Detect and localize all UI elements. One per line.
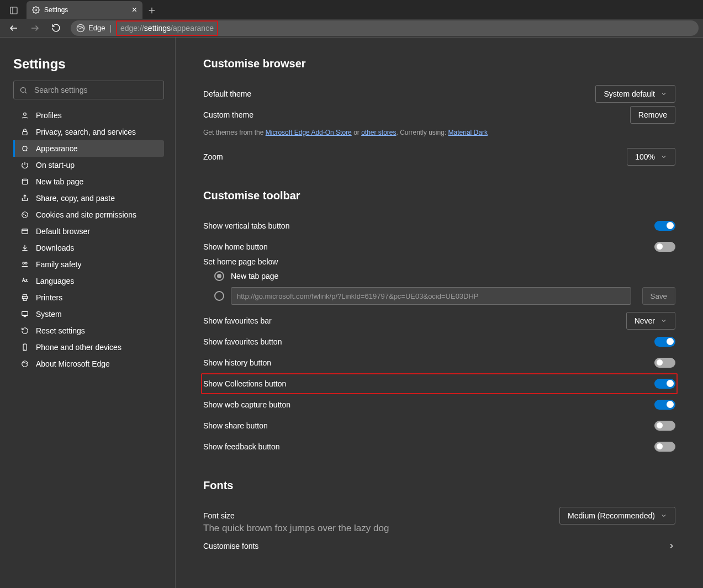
home-button-toggle[interactable]: [654, 242, 675, 252]
nav-startup[interactable]: On start-up: [13, 157, 164, 173]
address-separator: |: [109, 24, 112, 33]
svg-rect-0: [10, 7, 17, 14]
nav-about[interactable]: About Microsoft Edge: [13, 356, 164, 372]
svg-rect-11: [23, 131, 27, 135]
share-button-toggle[interactable]: [654, 421, 675, 431]
nav-languages[interactable]: Languages: [13, 273, 164, 289]
history-button-toggle[interactable]: [654, 358, 675, 368]
web-capture-toggle[interactable]: [654, 400, 675, 410]
nav-newtab[interactable]: New tab page: [13, 173, 164, 190]
home-url-save-button[interactable]: Save: [642, 287, 675, 305]
svg-line-9: [25, 92, 27, 93]
home-newtab-radio[interactable]: [214, 271, 224, 281]
download-icon: [20, 243, 29, 252]
svg-point-8: [21, 87, 26, 92]
history-button-label: Show history button: [203, 358, 271, 367]
refresh-button[interactable]: [46, 20, 65, 36]
nav-downloads[interactable]: Downloads: [13, 240, 164, 256]
custom-theme-note: Get themes from the Microsoft Edge Add-O…: [203, 129, 675, 136]
zoom-label: Zoom: [203, 152, 223, 161]
back-button[interactable]: [4, 20, 23, 36]
chevron-down-icon: [660, 91, 667, 97]
fav-button-toggle[interactable]: [654, 337, 675, 347]
nav-reset[interactable]: Reset settings: [13, 322, 164, 339]
vertical-tabs-label: Show vertical tabs button: [203, 221, 289, 230]
browser-icon: [20, 227, 29, 236]
gear-icon: [32, 6, 40, 14]
nav-phone[interactable]: Phone and other devices: [13, 339, 164, 356]
chevron-down-icon: [660, 512, 667, 519]
collections-button-toggle[interactable]: [654, 379, 675, 389]
chevron-right-icon: [668, 542, 675, 550]
address-bar[interactable]: Edge | edge://settings/appearance: [71, 20, 699, 36]
nav-share[interactable]: Share, copy, and paste: [13, 190, 164, 206]
section-customise-browser: Customise browser Default theme System d…: [203, 57, 675, 167]
home-url-input[interactable]: [231, 287, 631, 305]
brush-icon: [20, 144, 29, 153]
address-chip-label: Edge: [88, 24, 105, 32]
chevron-down-icon: [660, 317, 667, 324]
default-theme-select[interactable]: System default: [595, 85, 675, 103]
default-theme-label: Default theme: [203, 89, 251, 98]
phone-icon: [20, 343, 29, 352]
edge-icon: [20, 359, 29, 368]
section-fonts: Fonts Font size Medium (Recommended) The…: [203, 479, 675, 558]
cookie-icon: [20, 210, 29, 219]
nav-cookies[interactable]: Cookies and site permissions: [13, 206, 164, 223]
new-tab-button[interactable]: [142, 2, 161, 19]
monitor-icon: [20, 310, 29, 319]
vertical-tabs-toggle[interactable]: [654, 221, 675, 231]
nav-printers[interactable]: Printers: [13, 289, 164, 306]
customise-fonts-link[interactable]: Customise fonts: [203, 534, 675, 558]
nav-privacy[interactable]: Privacy, search, and services: [13, 124, 164, 140]
forward-button[interactable]: [25, 20, 44, 36]
tab-title: Settings: [44, 6, 68, 14]
reset-icon: [20, 326, 29, 335]
share-button-label: Show share button: [203, 421, 268, 430]
search-settings-input[interactable]: [33, 85, 158, 95]
feedback-button-label: Show feedback button: [203, 442, 280, 451]
other-stores-link[interactable]: other stores: [361, 129, 396, 136]
zoom-select[interactable]: 100%: [627, 148, 675, 166]
search-icon: [19, 86, 28, 94]
heading-customise-toolbar: Customise toolbar: [203, 189, 675, 202]
font-size-select[interactable]: Medium (Recommended): [559, 507, 675, 525]
font-sample-text: The quick brown fox jumps over the lazy …: [203, 523, 675, 534]
heading-fonts: Fonts: [203, 479, 675, 492]
collections-button-label: Show Collections button: [203, 379, 286, 388]
nav-family[interactable]: Family safety: [13, 256, 164, 273]
close-tab-icon[interactable]: ×: [132, 6, 137, 14]
remove-theme-button[interactable]: Remove: [630, 106, 675, 124]
current-theme-link[interactable]: Material Dark: [448, 129, 488, 136]
nav-profiles[interactable]: Profiles: [13, 107, 164, 124]
home-url-radio[interactable]: [214, 291, 224, 301]
chevron-down-icon: [660, 153, 667, 160]
page-icon: [20, 177, 29, 186]
svg-point-24: [25, 262, 28, 264]
tab-actions-menu[interactable]: [6, 2, 22, 19]
edge-site-info[interactable]: Edge: [76, 24, 105, 33]
feedback-button-toggle[interactable]: [654, 442, 675, 452]
svg-point-16: [22, 212, 28, 218]
svg-rect-13: [22, 179, 27, 184]
fav-bar-select[interactable]: Never: [626, 312, 675, 330]
svg-point-18: [25, 215, 26, 216]
address-url-highlight: edge://settings/appearance: [116, 20, 218, 36]
svg-point-2: [35, 9, 37, 11]
lock-icon: [20, 128, 29, 136]
nav-system[interactable]: System: [13, 306, 164, 322]
web-capture-label: Show web capture button: [203, 400, 290, 409]
home-button-label: Show home button: [203, 242, 268, 251]
svg-point-10: [24, 113, 27, 115]
language-icon: [20, 277, 29, 285]
settings-title: Settings: [13, 56, 164, 72]
search-settings[interactable]: [13, 81, 164, 99]
browser-tab[interactable]: Settings ×: [27, 1, 142, 19]
nav-appearance[interactable]: Appearance: [13, 140, 164, 157]
custom-theme-label: Custom theme: [203, 110, 253, 119]
nav-default-browser[interactable]: Default browser: [13, 223, 164, 240]
font-size-label: Font size: [203, 511, 235, 520]
svg-rect-28: [22, 311, 28, 315]
edge-logo-icon: [76, 24, 85, 33]
addon-store-link[interactable]: Microsoft Edge Add-On Store: [266, 129, 352, 136]
